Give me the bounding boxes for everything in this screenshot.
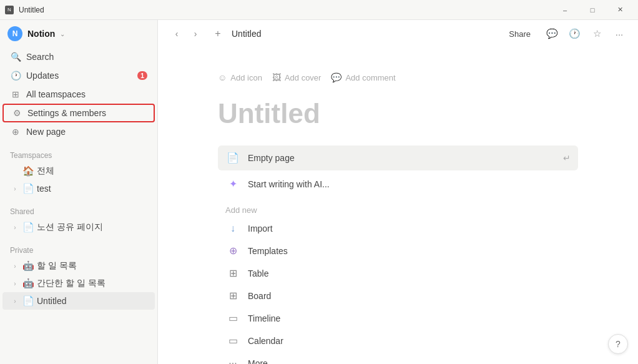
sidebar-item-updates[interactable]: 🕐 Updates 1 [2,66,155,85]
ai-icon: ✦ [225,177,240,192]
minimize-button[interactable]: – [552,0,578,20]
more-option[interactable]: ··· More [218,352,578,364]
home-icon: 🏠 [22,165,34,177]
history-button[interactable]: 🕐 [566,25,583,42]
maximize-button[interactable]: □ [579,0,606,20]
calendar-label: Calendar [248,336,283,346]
enter-icon: ↵ [563,153,571,163]
image-icon: 🖼 [272,72,281,82]
shared-section-label: Shared [0,197,157,219]
workspace-avatar: N [7,26,22,41]
calendar-icon: ▭ [225,333,240,348]
help-label: ? [616,339,621,349]
empty-page-option[interactable]: 📄 Empty page ↵ [218,145,578,170]
templates-label: Templates [248,246,288,256]
add-page-button[interactable]: + [209,25,227,42]
comment-button[interactable]: 💬 [543,25,561,42]
sidebar-item-todo1[interactable]: › 🤖 할 일 목록 [2,257,155,275]
breadcrumb: Untitled [232,29,261,39]
chevron-icon: › [10,298,20,305]
workspace-chevron-icon: ⌄ [60,31,65,37]
workspace-name: Notion [27,29,55,39]
window-title: Untitled [19,6,44,14]
untitled-label: Untitled [37,296,66,306]
toolbar-nav: ‹ › [168,25,204,42]
sidebar-item-todo2[interactable]: › 🤖 간단한 할 일 목록 [2,275,155,292]
teamspaces-section-label: Teamspaces [0,141,157,162]
content-toolbar: ‹ › + Untitled Share 💬 🕐 ☆ ··· [158,20,638,47]
calendar-option[interactable]: ▭ Calendar [218,330,578,352]
add-new-section-label: Add new [218,198,578,217]
smiley-icon: ☺ [218,72,227,82]
import-icon: ↓ [225,221,240,236]
add-cover-button[interactable]: 🖼 Add cover [272,72,321,82]
ai-writing-option[interactable]: ✦ Start writing with AI... [218,172,578,197]
robot-icon: 🤖 [22,260,34,272]
titlebar: N Untitled – □ ✕ [0,0,638,20]
more-icon: ··· [616,29,624,39]
table-icon: ⊞ [225,266,240,281]
app-icon: N [5,6,14,14]
sidebar-item-teamspace-test[interactable]: › 📄 test [2,180,155,197]
sidebar-item-untitled[interactable]: › 📄 Untitled [2,292,155,310]
add-comment-button[interactable]: 💬 Add comment [331,72,395,82]
workspace-selector[interactable]: N Notion ⌄ [7,26,65,41]
sidebar-item-search[interactable]: 🔍 Search [2,47,155,66]
document-icon: 📄 [225,150,240,165]
more-label: More [248,358,268,364]
sidebar: N Notion ⌄ 🔍 Search 🕐 Updates 1 ⊞ All te… [0,20,158,364]
updates-badge: 1 [137,71,147,80]
sidebar-item-teamspace-전체[interactable]: 🏠 전체 [2,162,155,180]
settings-label: Settings & members [27,108,106,118]
import-option[interactable]: ↓ Import [218,217,578,240]
page-icon: 📄 [22,183,34,194]
app-container: N Notion ⌄ 🔍 Search 🕐 Updates 1 ⊞ All te… [0,20,638,364]
timeline-option[interactable]: ▭ Timeline [218,307,578,330]
add-icon-label: Add icon [230,73,262,82]
page-content: ☺ Add icon 🖼 Add cover 💬 Add comment Unt… [158,47,638,364]
shared-notion-label: 노션 공유 페이지 [37,222,103,233]
add-icon-button[interactable]: ☺ Add icon [218,72,262,82]
chevron-icon: › [10,280,20,287]
add-cover-label: Add cover [285,73,321,82]
board-icon: ⊞ [225,288,240,303]
window-controls: – □ ✕ [552,0,633,20]
page-title[interactable]: Untitled [218,97,578,130]
timeline-label: Timeline [248,313,280,323]
new-page-label: New page [26,127,66,137]
templates-icon: ⊕ [225,243,240,258]
content-area: ‹ › + Untitled Share 💬 🕐 ☆ ··· [158,20,638,364]
sidebar-item-teamspaces[interactable]: ⊞ All teamspaces [2,85,155,104]
templates-option[interactable]: ⊕ Templates [218,240,578,262]
new-page-icon: ⊕ [10,126,21,137]
sidebar-item-new-page[interactable]: ⊕ New page [2,122,155,141]
star-icon: ☆ [593,28,601,39]
search-label: Search [26,52,54,62]
updates-label: Updates [26,71,59,81]
board-option[interactable]: ⊞ Board [218,285,578,307]
comment-icon: 💬 [331,72,341,82]
updates-icon: 🕐 [10,70,21,81]
table-option[interactable]: ⊞ Table [218,262,578,285]
help-button[interactable]: ? [608,334,628,354]
share-button[interactable]: Share [501,27,538,41]
sidebar-header: N Notion ⌄ [0,20,157,47]
sidebar-item-shared-notion[interactable]: › 📄 노션 공유 페이지 [2,219,155,236]
toolbar-right: Share 💬 🕐 ☆ ··· [501,25,628,42]
board-label: Board [248,291,271,301]
back-button[interactable]: ‹ [168,25,185,42]
teamspace-전체-label: 전체 [37,165,54,177]
close-button[interactable]: ✕ [607,0,633,20]
page-actions: ☺ Add icon 🖼 Add cover 💬 Add comment [218,72,578,82]
favorite-button[interactable]: ☆ [588,25,606,42]
more-button[interactable]: ··· [611,25,628,42]
history-icon: 🕐 [569,28,581,39]
robot-icon: 🤖 [22,278,34,289]
todo1-label: 할 일 목록 [37,260,77,272]
page-icon: 📄 [22,295,34,307]
more-dots-icon: ··· [225,356,240,364]
sidebar-item-settings[interactable]: ⚙ Settings & members [2,104,155,122]
import-label: Import [248,224,273,234]
empty-page-label: Empty page [248,153,556,163]
forward-button[interactable]: › [187,25,204,42]
